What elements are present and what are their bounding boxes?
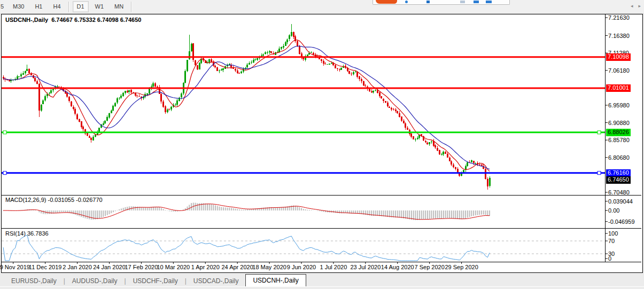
chart-symbol-name: USDCNH-,Daily [5,17,48,23]
chart-ohlc-values: 6.74667 6.75332 6.74098 6.74650 [48,17,141,23]
macd-tick-label: 0.039044 [608,198,633,205]
date-tick-label: 23 Jul 2020 [350,264,381,270]
timeframe-button-w1[interactable]: W1 [91,1,108,12]
price-tick-label: 7.21630 [608,14,630,21]
date-tick-label: 17 Feb 2020 [125,264,158,270]
blue-bars-icon [486,1,492,3]
blue-grid-icon [474,1,479,3]
rsi-tick-label: 100 [608,230,618,237]
timeframe-button-5[interactable]: 5 [0,1,6,12]
rsi-indicator-label: RSI(14) 36.7836 [5,230,49,237]
price-tick-label: 6.80680 [608,154,630,161]
current-price-tag: 6.74650 [606,176,631,184]
date-tick-label: 1 Jul 2020 [320,264,347,270]
chart-title: USDCNH-,Daily 6.74667 6.75332 6.74098 6.… [5,17,141,23]
tab-scroll-right-icon[interactable]: ▸ [638,3,641,9]
rsi-tick-label: 70 [608,238,615,245]
macd-indicator-label: MACD(12,26,9) -0.031055 -0.026770 [5,197,103,203]
timeframe-button-h4[interactable]: H4 [49,1,65,12]
timeframe-button-d1[interactable]: D1 [73,1,89,12]
date-tick-label: 19 Nov 2019 [0,264,30,270]
date-tick-label: 10 Mar 2020 [157,264,190,270]
date-tick-label: 24 Jan 2020 [93,264,126,270]
hline-price-tag: 7.10098 [606,53,631,61]
date-tick-label: 7 Sep 2020 [415,264,445,270]
timeframe-toolbar: 5M30H1H4D1W1MN [0,0,644,14]
timeframe-button-m30[interactable]: M30 [9,1,28,12]
timeframe-button-mn[interactable]: MN [110,1,128,12]
chart-window[interactable]: USDCNH-,Daily 6.74667 6.75332 6.74098 6.… [1,14,643,273]
orange-logo-icon [376,0,397,4]
date-tick-label: 1 Apr 2020 [191,264,220,270]
date-tick-label: 2 Jan 2020 [63,264,91,270]
price-tick-label: 6.95980 [608,102,630,109]
price-tick-label: 6.70480 [608,189,630,196]
gray-doc-icon [460,1,465,3]
tab-usdcad[interactable]: USDCAD-,Daily [187,276,246,286]
date-tick-label: 29 Sep 2020 [445,264,478,270]
timeframe-button-h1[interactable]: H1 [30,1,46,12]
hline-price-tag: 6.88026 [606,129,631,136]
date-tick-label: 11 Dec 2019 [29,264,62,270]
date-tick-label: 9 Jun 2020 [287,264,316,270]
price-tick-label: 7.16380 [608,33,630,40]
price-tick-label: 6.85780 [608,137,630,144]
blue-dot-icon [405,1,408,3]
tab-eurusd[interactable]: EURUSD-,Daily [4,276,64,286]
blue-doc-icon [426,1,430,3]
date-tick-label: 18 May 2020 [252,264,286,270]
macd-tick-label: 0.00 [608,207,619,214]
tab-audusd[interactable]: AUDUSD-,Daily [65,276,125,286]
chart-tab-bar: EURUSD-,Daily|AUDUSD-,Daily|USDCHF-,Dail… [0,274,644,286]
tab-scroll-left-icon[interactable]: ◂ [631,3,633,9]
hline-price-tag: 7.01001 [606,84,631,92]
status-strip [0,286,644,289]
rsi-tick-label: 0 [608,255,611,262]
tab-usdchf[interactable]: USDCHF-,Daily [126,276,185,286]
toolbar-separator [131,2,132,12]
hline-price-tag: 6.76160 [606,169,631,177]
price-tick-label: 7.06180 [608,67,630,74]
chart-canvas[interactable] [2,14,641,271]
toolbar-separator [68,2,69,12]
partial-app-overlay [373,0,510,5]
tab-usdcnh[interactable]: USDCNH-,Daily [245,274,306,286]
macd-tick-label: -0.046959 [608,218,635,225]
date-tick-label: 24 Apr 2020 [221,264,253,270]
date-tick-label: 14 Aug 2020 [381,264,414,270]
price-tick-label: 6.90880 [608,120,630,127]
